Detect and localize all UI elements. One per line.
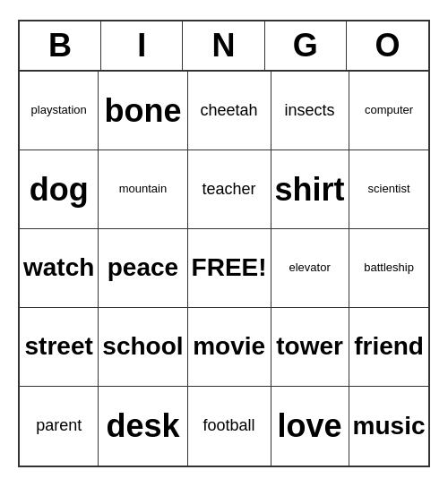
bingo-cell-0-2: cheetah: [188, 72, 271, 150]
cell-text: insects: [285, 102, 335, 120]
cell-text: desk: [106, 408, 179, 444]
cell-text: parent: [36, 417, 82, 435]
bingo-cell-3-4: friend: [349, 308, 429, 387]
cell-text: teacher: [202, 181, 256, 199]
bingo-cell-3-3: tower: [271, 308, 349, 387]
bingo-cell-1-1: mountain: [99, 150, 187, 229]
cell-text: FREE!: [192, 254, 267, 282]
cell-text: battleship: [364, 261, 414, 274]
bingo-cell-0-1: bone: [99, 72, 187, 150]
bingo-cell-4-2: football: [188, 387, 271, 466]
cell-text: love: [278, 408, 342, 444]
bingo-grid: playstationbonecheetahinsectscomputerdog…: [20, 72, 428, 466]
cell-text: peace: [108, 254, 178, 282]
header-letter: B: [20, 21, 101, 70]
bingo-cell-2-1: peace: [99, 229, 187, 308]
cell-text: mountain: [119, 183, 167, 195]
bingo-cell-4-4: music: [349, 387, 429, 466]
bingo-cell-2-4: battleship: [349, 229, 429, 308]
bingo-cell-3-0: street: [20, 308, 99, 387]
cell-text: movie: [193, 333, 265, 361]
cell-text: scientist: [368, 183, 410, 195]
bingo-cell-2-0: watch: [20, 229, 99, 308]
bingo-cell-0-0: playstation: [20, 72, 99, 150]
cell-text: elevator: [289, 261, 330, 274]
header-letter: G: [265, 21, 347, 70]
cell-text: friend: [354, 333, 424, 361]
header-letter: O: [347, 21, 428, 70]
cell-text: shirt: [275, 172, 345, 208]
cell-text: computer: [365, 104, 413, 116]
cell-text: watch: [23, 254, 94, 282]
header-letter: N: [183, 21, 264, 70]
cell-text: playstation: [31, 104, 87, 116]
bingo-cell-3-2: movie: [188, 308, 271, 387]
bingo-cell-4-1: desk: [99, 387, 187, 466]
cell-text: music: [353, 413, 426, 440]
bingo-cell-2-3: elevator: [271, 229, 349, 308]
cell-text: football: [203, 417, 255, 435]
cell-text: tower: [276, 333, 343, 361]
bingo-card: BINGO playstationbonecheetahinsectscompu…: [18, 20, 430, 467]
bingo-cell-4-3: love: [271, 387, 349, 466]
cell-text: cheetah: [201, 102, 258, 120]
bingo-cell-1-2: teacher: [188, 150, 271, 229]
bingo-cell-0-4: computer: [349, 72, 429, 150]
bingo-cell-2-2: FREE!: [188, 229, 271, 308]
bingo-cell-0-3: insects: [271, 72, 349, 150]
bingo-cell-3-1: school: [99, 308, 187, 387]
header-letter: I: [101, 21, 183, 70]
cell-text: school: [102, 333, 183, 361]
cell-text: dog: [30, 172, 89, 208]
cell-text: street: [25, 333, 93, 361]
bingo-cell-1-4: scientist: [349, 150, 429, 229]
cell-text: bone: [104, 93, 181, 129]
bingo-header: BINGO: [20, 21, 428, 72]
bingo-cell-1-0: dog: [20, 150, 99, 229]
bingo-cell-1-3: shirt: [271, 150, 349, 229]
bingo-cell-4-0: parent: [20, 387, 99, 466]
